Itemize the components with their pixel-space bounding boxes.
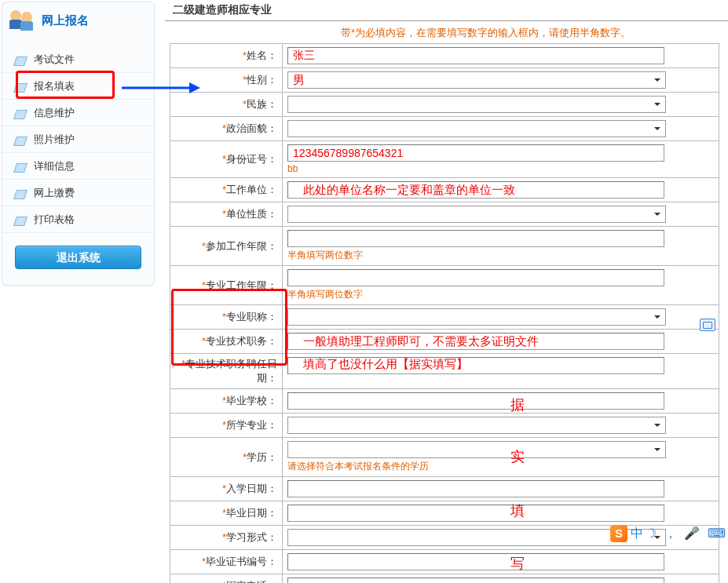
label-tech-post: 专业技术职务： bbox=[206, 335, 277, 347]
work-years-input[interactable] bbox=[287, 230, 664, 247]
label-company: 工作单位： bbox=[226, 184, 277, 195]
label-company-type: 单位性质： bbox=[226, 208, 277, 220]
sidebar-title: 网上报名 bbox=[42, 13, 89, 28]
label-pro-title: 专业职称： bbox=[226, 311, 277, 322]
name-input[interactable] bbox=[287, 47, 664, 64]
sidebar-item-exam-files[interactable]: 考试文件 bbox=[2, 46, 154, 73]
label-name: 姓名： bbox=[247, 49, 277, 61]
sidebar-item-info-maintain[interactable]: 信息维护 bbox=[2, 100, 154, 126]
tag-icon bbox=[15, 188, 27, 198]
label-politics: 政治面貌： bbox=[226, 122, 277, 134]
idcard-hint: bb bbox=[287, 163, 714, 174]
label-gender: 性别： bbox=[247, 74, 277, 86]
label-study-mode: 学习形式： bbox=[226, 531, 277, 543]
label-grad-school: 毕业学校： bbox=[226, 395, 277, 406]
grad-school-input[interactable] bbox=[287, 392, 664, 410]
ime-toolbar[interactable]: S 中 ☽ ， 🎤 ⌨ bbox=[610, 524, 728, 543]
sidebar: 网上报名 考试文件 报名填表 信息维护 照片维护 详细信息 网上缴费 打印表格 … bbox=[2, 2, 155, 286]
sidebar-item-photo-maintain[interactable]: 照片维护 bbox=[2, 126, 154, 153]
tag-icon bbox=[15, 82, 27, 91]
pro-years-hint: 半角填写两位数字 bbox=[287, 288, 714, 301]
tag-icon bbox=[15, 135, 27, 144]
degree-select[interactable] bbox=[287, 441, 666, 458]
label-major: 所学专业： bbox=[226, 419, 277, 431]
people-icon bbox=[10, 9, 35, 32]
ime-punct-icon[interactable]: ， bbox=[664, 527, 677, 540]
label-phone: 固定电话： bbox=[226, 580, 277, 583]
label-degree: 学历： bbox=[247, 451, 277, 463]
sidebar-menu: 考试文件 报名填表 信息维护 照片维护 详细信息 网上缴费 打印表格 bbox=[2, 38, 154, 233]
sidebar-item-print-form[interactable]: 打印表格 bbox=[2, 206, 154, 233]
major-select[interactable] bbox=[287, 417, 666, 434]
exit-system-button[interactable]: 退出系统 bbox=[15, 246, 141, 269]
registration-form: *姓名： *性别： 男 *民族： *政治面貌： *身份证号： bb *工作单位： bbox=[170, 43, 719, 583]
label-pro-years: 专业工作年限： bbox=[206, 279, 277, 291]
label-idcard: 身份证号： bbox=[226, 153, 277, 165]
grad-date-input[interactable] bbox=[287, 505, 664, 522]
ethnic-select[interactable] bbox=[287, 96, 666, 113]
degree-hint: 请选择符合本考试报名条件的学历 bbox=[287, 460, 714, 473]
tag-icon bbox=[15, 162, 27, 171]
phone-input[interactable] bbox=[287, 578, 664, 583]
mini-panel-icon[interactable] bbox=[700, 319, 715, 331]
gender-select[interactable]: 男 bbox=[287, 71, 666, 89]
company-annotation: 此处的单位名称一定要和盖章的单位一致 bbox=[303, 183, 515, 198]
sidebar-item-online-pay[interactable]: 网上缴费 bbox=[2, 180, 154, 206]
tech-post-annotation-2: 填高了也没什么用【据实填写】 bbox=[303, 357, 468, 372]
idcard-input[interactable] bbox=[287, 144, 664, 162]
page-title: 二级建造师相应专业 bbox=[165, 0, 728, 21]
label-tech-date: 专业技术职务聘任日期： bbox=[185, 358, 277, 384]
label-ethnic: 民族： bbox=[247, 98, 277, 110]
tag-icon bbox=[15, 215, 27, 224]
label-grad-date: 毕业日期： bbox=[226, 507, 277, 519]
tech-post-annotation-1: 一般填助理工程师即可，不需要太多证明文件 bbox=[303, 334, 539, 349]
study-mode-select[interactable] bbox=[287, 529, 666, 546]
label-work-years: 参加工作年限： bbox=[206, 240, 277, 252]
ime-moon-icon[interactable]: ☽ bbox=[646, 527, 657, 540]
enroll-date-input[interactable] bbox=[287, 480, 664, 497]
sidebar-item-detail-info[interactable]: 详细信息 bbox=[2, 153, 154, 180]
form-hint: 带*为必填内容，在需要填写数字的输入框内，请使用半角数字。 bbox=[165, 26, 728, 40]
politics-select[interactable] bbox=[287, 120, 666, 137]
ime-keyboard-icon[interactable]: ⌨ bbox=[708, 527, 726, 540]
label-enroll-date: 入学日期： bbox=[226, 483, 277, 494]
sidebar-header: 网上报名 bbox=[2, 2, 154, 38]
tag-icon bbox=[15, 108, 27, 118]
ime-mic-icon[interactable]: 🎤 bbox=[684, 527, 700, 540]
label-diploma-no: 毕业证书编号： bbox=[206, 556, 277, 567]
work-years-hint: 半角填写两位数字 bbox=[287, 249, 714, 262]
ime-lang-label[interactable]: 中 bbox=[631, 526, 643, 542]
tag-icon bbox=[15, 55, 27, 64]
sidebar-item-registration-form[interactable]: 报名填表 bbox=[2, 73, 154, 100]
ime-logo-icon[interactable]: S bbox=[610, 525, 627, 542]
content: 二级建造师相应专业 带*为必填内容，在需要填写数字的输入框内，请使用半角数字。 … bbox=[165, 0, 728, 583]
pro-title-select[interactable] bbox=[287, 308, 666, 326]
company-type-select[interactable] bbox=[287, 206, 666, 223]
pro-years-input[interactable] bbox=[287, 269, 664, 286]
diploma-no-input[interactable] bbox=[287, 553, 664, 570]
